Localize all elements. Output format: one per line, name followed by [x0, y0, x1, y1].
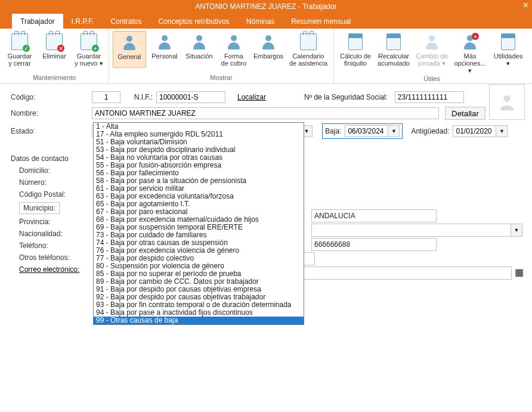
antiguedad-combo[interactable]: ▼: [453, 125, 508, 137]
recalcular-acumulado-label: Recalcular acumulado: [378, 52, 410, 67]
title-bar: ANTONIO MARTINEZ JUAREZ - Trabajador ×: [0, 0, 532, 13]
estado-option[interactable]: 74 - Baja por otras causas de suspensión: [94, 239, 304, 247]
personal-label: Personal: [151, 52, 177, 60]
provincia-value[interactable]: ANDALUCIA: [311, 209, 437, 222]
estado-option[interactable]: 55 - Baja por fusión-absorción empresa: [94, 162, 304, 169]
eliminar-label: Eliminar: [42, 52, 66, 60]
group-name-mantenimiento: Mantenimiento: [4, 74, 105, 82]
telefono-value[interactable]: 666666688: [311, 238, 437, 251]
codigo-input[interactable]: [92, 91, 120, 103]
estado-option[interactable]: 93 - Baja por fin contrato temporal o de…: [94, 301, 304, 309]
close-icon[interactable]: ×: [523, 1, 528, 10]
group-name-mostrar: Mostrar: [113, 74, 330, 82]
general-button[interactable]: General: [113, 31, 146, 68]
tab-trabajador[interactable]: Trabajador: [12, 14, 63, 29]
person-icon: [191, 34, 207, 49]
guardar-nuevo-button[interactable]: + Guardar y nuevo ▾: [73, 31, 105, 68]
calendar-new-icon: +: [81, 33, 97, 50]
estado-option[interactable]: 65 - Baja por agotamiento I.T.: [94, 200, 304, 208]
avatar[interactable]: [489, 84, 525, 120]
baja-dropdown-button[interactable]: ▼: [388, 125, 400, 137]
mas-opciones-button[interactable]: + Más opciones... ▾: [452, 31, 488, 75]
estado-option[interactable]: 53 - Baja por despido disciplinario indi…: [94, 146, 304, 154]
guardar-cerrar-button[interactable]: ✓ Guardar y cerrar: [4, 31, 36, 68]
estado-option[interactable]: 1 - Alta: [94, 123, 304, 131]
estado-label: Estado:: [11, 127, 88, 135]
estado-option[interactable]: 61 - Baja por servicio militar: [94, 185, 304, 193]
nss-input[interactable]: [395, 91, 464, 103]
estado-option[interactable]: 56 - Baja por fallecimiento: [94, 169, 304, 177]
estado-option[interactable]: 89 - Baja por cambio de CCC. Datos por t…: [94, 278, 304, 286]
estado-option[interactable]: 63 - Baja por excedencia voluntaria/forz…: [94, 193, 304, 200]
window: ANTONIO MARTINEZ JUAREZ - Trabajador × T…: [0, 0, 532, 412]
ribbon-group-mantenimiento: ✓ Guardar y cerrar ✕ Eliminar + Guardar …: [0, 29, 109, 83]
tab-nominas[interactable]: Nóminas: [238, 14, 283, 29]
guardar-cerrar-label: Guardar y cerrar: [8, 52, 32, 67]
estado-option[interactable]: 92 - Baja por despido por causas objetiv…: [94, 293, 304, 301]
antiguedad-dropdown-button[interactable]: ▼: [496, 125, 508, 137]
baja-combo[interactable]: ▼: [345, 125, 400, 137]
estado-option[interactable]: 80 - Suspensión por violencia de género: [94, 262, 304, 270]
situacion-button[interactable]: Situación: [183, 31, 215, 68]
estado-option[interactable]: 58 - Baja por pase a la situación de pen…: [94, 177, 304, 185]
otros-telefonos-label: Otros teléfonos:: [11, 253, 97, 262]
embargos-button[interactable]: Embargos: [252, 31, 284, 68]
tab-contratos[interactable]: Contratos: [102, 14, 150, 29]
eliminar-button[interactable]: ✕ Eliminar: [38, 31, 70, 68]
municipio-button[interactable]: Municipio:: [19, 202, 60, 214]
estado-option[interactable]: 76 - Baja por excedencia violencia de gé…: [94, 247, 304, 255]
municipio-label[interactable]: Municipio:: [11, 202, 97, 214]
main-tabs: Trabajador I.R.P.F. Contratos Conceptos …: [0, 13, 532, 29]
person-icon: [261, 34, 276, 49]
telefono-label: Teléfono:: [11, 241, 97, 250]
nss-label: Nº de la Seguridad Social:: [304, 93, 388, 101]
calendar-icon: [300, 33, 317, 50]
person-icon: [122, 35, 137, 50]
localizar-link[interactable]: Localizar: [237, 93, 266, 101]
calendario-asistencia-button[interactable]: Calendario de asistencia: [287, 31, 330, 68]
estado-option[interactable]: 54 - Baja no voluntaria por otras causas: [94, 154, 304, 162]
antiguedad-label: Antigüedad:: [411, 127, 449, 135]
estado-option[interactable]: 69 - Baja por suspensión temporal ERE/ER…: [94, 224, 304, 231]
estado-option[interactable]: 91 - Baja por despido por causas objetiv…: [94, 286, 304, 293]
estado-option[interactable]: 85 - Baja por no superar el período de p…: [94, 270, 304, 278]
detallar-button[interactable]: Detallar: [445, 107, 485, 120]
estado-option[interactable]: 77 - Baja por despido colectivo: [94, 255, 304, 262]
estado-option[interactable]: 99 - Otras causas de baja: [94, 317, 304, 324]
recalcular-acumulado-button[interactable]: Recalcular acumulado: [376, 31, 412, 75]
estado-dropdown-list[interactable]: 1 - Alta17 - Alta empleo sumergido RDL 5…: [93, 122, 304, 325]
calendar-delete-icon: ✕: [46, 33, 63, 50]
nombre-input[interactable]: [92, 107, 439, 119]
estado-option[interactable]: 94 - Baja por pase a inactividad fijos d…: [94, 309, 304, 317]
antiguedad-input[interactable]: [453, 125, 496, 137]
qr-icon[interactable]: ▦: [515, 267, 524, 278]
calculo-finiquito-button[interactable]: Cálculo de finiquito: [338, 31, 373, 75]
utilidades-button[interactable]: Utilidades ▾: [490, 31, 526, 75]
nif-input[interactable]: [156, 91, 225, 103]
nacionalidad-dropdown-button[interactable]: ▼: [511, 224, 522, 236]
tab-resumen[interactable]: Resumen mensual: [283, 14, 359, 29]
calendar-save-icon: ✓: [11, 33, 28, 50]
estado-option[interactable]: 51 - Baja voluntaria/Dimisión: [94, 138, 304, 146]
forma-cobro-button[interactable]: Forma de cobro: [218, 31, 250, 68]
plus-icon: +: [462, 34, 478, 49]
window-title: ANTONIO MARTINEZ JUAREZ - Trabajador: [196, 2, 337, 11]
estado-option[interactable]: 17 - Alta empleo sumergido RDL 5/2011: [94, 131, 304, 138]
embargos-label: Embargos: [253, 52, 283, 60]
estado-option[interactable]: 67 - Baja por paro estacional: [94, 208, 304, 216]
calculo-finiquito-label: Cálculo de finiquito: [340, 52, 371, 67]
correo-label[interactable]: Correo electrónico:: [11, 265, 97, 274]
calculator-icon: [501, 33, 515, 50]
tab-irpf[interactable]: I.R.P.F.: [63, 14, 103, 29]
baja-input[interactable]: [345, 125, 388, 137]
personal-button[interactable]: Personal: [149, 31, 181, 68]
person-icon: [424, 34, 440, 49]
tab-conceptos[interactable]: Conceptos retributivos: [150, 14, 237, 29]
estado-option[interactable]: 73 - Baja por cuidado de familiares: [94, 231, 304, 239]
situacion-label: Situación: [185, 52, 212, 60]
cambio-jornada-button[interactable]: Cambio de jornada ▾: [414, 31, 450, 75]
nacionalidad-combo[interactable]: ▼: [311, 224, 522, 237]
estado-option[interactable]: 68 - Baja por excedencia maternal/cuidad…: [94, 216, 304, 224]
group-name-utiles: Útiles: [338, 75, 526, 83]
ribbon-group-utiles: Cálculo de finiquito Recalcular acumulad…: [334, 29, 530, 83]
